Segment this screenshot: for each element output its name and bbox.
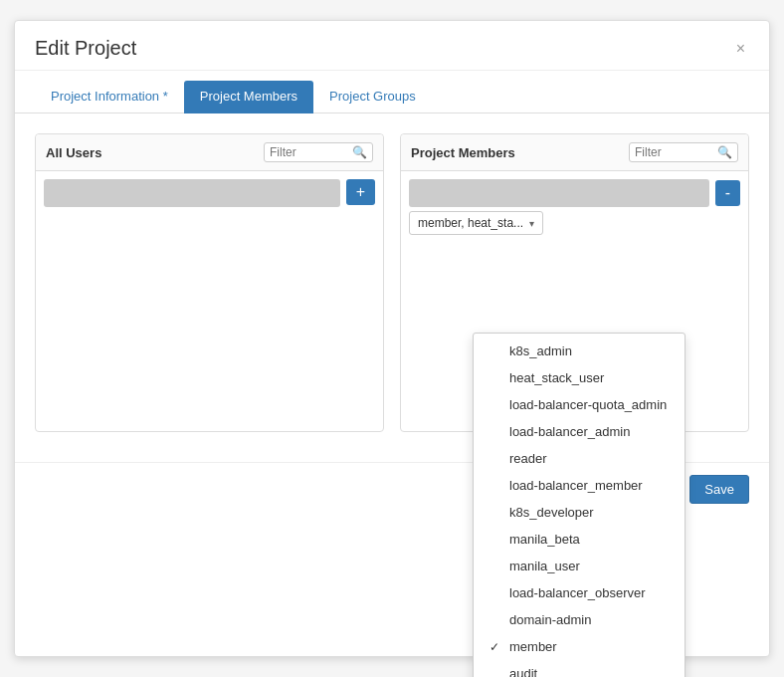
role-dropdown-menu: k8s_admin heat_stack_user load-balancer-… bbox=[473, 333, 686, 677]
member-row: - bbox=[401, 171, 748, 211]
chevron-down-icon: ▾ bbox=[529, 218, 534, 229]
dropdown-label-member: member bbox=[509, 639, 557, 654]
modal-body: All Users 🔍 + Project Members bbox=[15, 113, 769, 452]
project-members-filter-input[interactable] bbox=[635, 145, 714, 159]
project-members-search-icon: 🔍 bbox=[717, 145, 732, 159]
modal-title: Edit Project bbox=[35, 37, 136, 60]
project-members-filter-wrap[interactable]: 🔍 bbox=[629, 142, 738, 162]
all-users-filter-input[interactable] bbox=[270, 145, 349, 159]
role-dropdown-label: member, heat_sta... bbox=[418, 216, 523, 230]
add-member-button[interactable]: + bbox=[346, 179, 375, 205]
dropdown-item-heat_stack_user[interactable]: heat_stack_user bbox=[474, 364, 685, 391]
remove-member-button[interactable]: - bbox=[715, 180, 740, 206]
dropdown-label-load-balancer-quota_admin: load-balancer-quota_admin bbox=[509, 397, 667, 412]
all-users-filter-wrap[interactable]: 🔍 bbox=[264, 142, 373, 162]
all-users-panel: All Users 🔍 + bbox=[35, 133, 384, 432]
project-members-header: Project Members 🔍 bbox=[401, 134, 748, 171]
dropdown-item-k8s_admin[interactable]: k8s_admin bbox=[474, 338, 685, 364]
dropdown-item-manila_beta[interactable]: manila_beta bbox=[474, 526, 685, 553]
all-users-title: All Users bbox=[46, 145, 101, 160]
dropdown-item-load-balancer_admin[interactable]: load-balancer_admin bbox=[474, 418, 685, 445]
dropdown-item-audit[interactable]: audit bbox=[474, 660, 685, 677]
tab-project-members[interactable]: Project Members bbox=[184, 81, 313, 113]
member-avatar-bar bbox=[409, 179, 709, 207]
project-members-title: Project Members bbox=[411, 145, 515, 160]
dropdown-label-load-balancer_observer: load-balancer_observer bbox=[509, 585, 646, 600]
tabs-bar: Project Information * Project Members Pr… bbox=[15, 71, 769, 113]
save-button[interactable]: Save bbox=[689, 475, 749, 504]
role-dropdown-container: member, heat_sta... ▾ bbox=[401, 211, 748, 243]
dropdown-label-load-balancer_admin: load-balancer_admin bbox=[509, 424, 630, 439]
dropdown-item-load-balancer_observer[interactable]: load-balancer_observer bbox=[474, 579, 685, 606]
dropdown-label-load-balancer_member: load-balancer_member bbox=[509, 478, 643, 493]
dropdown-item-load-balancer-quota_admin[interactable]: load-balancer-quota_admin bbox=[474, 391, 685, 418]
dropdown-item-k8s_developer[interactable]: k8s_developer bbox=[474, 499, 685, 526]
edit-project-modal: Edit Project × Project Information * Pro… bbox=[14, 20, 770, 657]
dropdown-label-k8s_developer: k8s_developer bbox=[509, 505, 594, 520]
dropdown-label-heat_stack_user: heat_stack_user bbox=[509, 370, 604, 385]
dropdown-label-reader: reader bbox=[509, 451, 547, 466]
dropdown-label-manila_beta: manila_beta bbox=[509, 532, 580, 547]
all-users-avatar-bar bbox=[44, 179, 340, 207]
all-users-header: All Users 🔍 bbox=[36, 134, 383, 171]
dropdown-label-manila_user: manila_user bbox=[509, 559, 580, 573]
dropdown-label-k8s_admin: k8s_admin bbox=[509, 343, 572, 358]
dropdown-label-domain-admin: domain-admin bbox=[509, 612, 591, 627]
close-button[interactable]: × bbox=[732, 40, 749, 58]
dropdown-label-audit: audit bbox=[509, 666, 537, 677]
dropdown-item-load-balancer_member[interactable]: load-balancer_member bbox=[474, 472, 685, 499]
modal-header: Edit Project × bbox=[15, 21, 769, 71]
checkmark-member: ✓ bbox=[490, 640, 503, 654]
tab-project-information[interactable]: Project Information * bbox=[35, 81, 184, 113]
dropdown-item-manila_user[interactable]: manila_user bbox=[474, 553, 685, 579]
all-users-search-icon: 🔍 bbox=[352, 145, 367, 159]
dropdown-item-domain-admin[interactable]: domain-admin bbox=[474, 606, 685, 633]
dropdown-item-member[interactable]: ✓ member bbox=[474, 633, 685, 660]
tab-project-groups[interactable]: Project Groups bbox=[313, 81, 432, 113]
all-users-content: + bbox=[36, 171, 383, 231]
role-dropdown-button[interactable]: member, heat_sta... ▾ bbox=[409, 211, 543, 235]
dropdown-item-reader[interactable]: reader bbox=[474, 445, 685, 472]
